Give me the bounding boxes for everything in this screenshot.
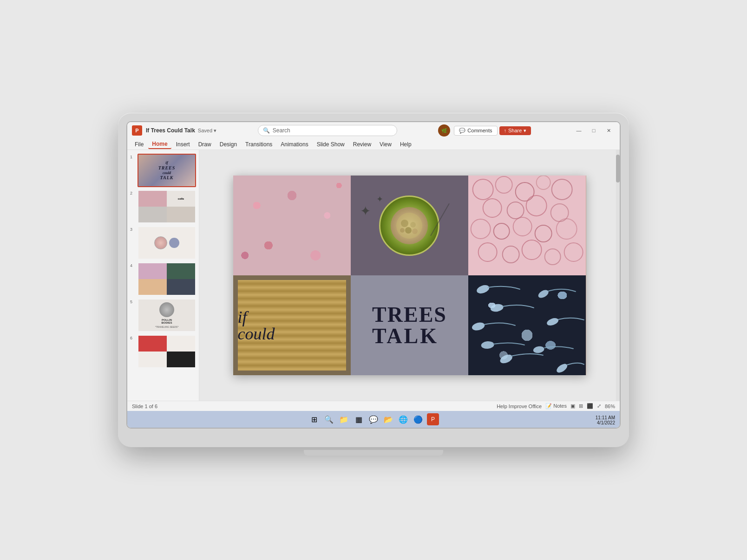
status-right: Help Improve Office 📝 Notes ▣ ⊞ ⬛ ⤢ 86%: [497, 403, 615, 409]
laptop-base: [304, 450, 443, 456]
taskbar-powerpoint[interactable]: P: [427, 413, 439, 425]
help-text: Help Improve Office: [497, 404, 542, 409]
slide-cell-top-right: [468, 176, 586, 275]
sparkle-icon: ✦: [360, 203, 371, 219]
view-normal-icon[interactable]: ▣: [570, 403, 575, 409]
slide-thumb-1[interactable]: 1 if TREES could TALK: [130, 154, 196, 187]
title-trees-text: TREES: [372, 304, 447, 326]
taskbar-widgets[interactable]: ▦: [353, 413, 365, 425]
avatar: 🌿: [438, 124, 450, 137]
slide-thumb-4[interactable]: 4: [130, 262, 196, 296]
view-fit-icon[interactable]: ⤢: [597, 403, 601, 409]
slide-cell-bottom-right: [468, 275, 586, 375]
search-bar[interactable]: 🔍 Search: [258, 125, 397, 136]
share-icon: ↑: [504, 128, 507, 133]
scrollbar-thumb[interactable]: [616, 155, 620, 182]
menu-insert[interactable]: Insert: [172, 140, 194, 149]
action-buttons: 🌿 💬 Comments ↑ Share ▾: [438, 124, 531, 137]
share-button[interactable]: ↑ Share ▾: [499, 126, 531, 135]
status-bar: Slide 1 of 6 Help Improve Office 📝 Notes…: [127, 401, 620, 411]
view-grid-icon[interactable]: ⊞: [579, 403, 583, 409]
comments-button[interactable]: 💬 Comments: [454, 126, 497, 136]
svg-point-32: [546, 317, 559, 327]
menu-transitions[interactable]: Transitions: [242, 140, 276, 149]
title-if-text: if: [238, 309, 275, 326]
taskbar-start[interactable]: ⊞: [308, 413, 320, 425]
save-status: Saved ▾: [198, 128, 216, 134]
notes-label[interactable]: 📝 Notes: [545, 403, 567, 409]
menu-help[interactable]: Help: [396, 140, 415, 149]
sparkle-icon-2: ✦: [376, 194, 383, 204]
slide-panel: 1 if TREES could TALK: [127, 150, 199, 401]
menu-review[interactable]: Review: [349, 140, 375, 149]
menu-home[interactable]: Home: [148, 140, 171, 149]
microscope-cells-svg: [395, 212, 423, 240]
close-button[interactable]: ✕: [602, 126, 615, 135]
taskbar-date: 4/1/2022: [596, 420, 615, 425]
menu-view[interactable]: View: [376, 140, 395, 149]
svg-point-2: [410, 222, 416, 228]
menu-bar: File Home Insert Draw Design Transitions…: [127, 139, 620, 150]
menu-draw[interactable]: Draw: [195, 140, 215, 149]
slide-info: Slide 1 of 6: [132, 404, 157, 409]
slide-thumb-2[interactable]: 2 cells: [130, 190, 196, 223]
slide-thumb-3[interactable]: 3: [130, 226, 196, 260]
sperm-cells-svg: [468, 275, 586, 375]
svg-point-26: [476, 284, 491, 295]
svg-point-5: [412, 228, 418, 234]
svg-point-0: [396, 213, 422, 239]
maximize-button[interactable]: □: [587, 126, 600, 135]
svg-point-1: [401, 220, 408, 227]
svg-point-29: [481, 341, 494, 349]
menu-file[interactable]: File: [131, 140, 147, 149]
taskbar: ⊞ 🔍 📁 ▦ 💬 📂 🌐 🔵 P 11:11 AM 4/1/2022: [127, 411, 620, 428]
svg-point-30: [499, 353, 514, 365]
main-content: 1 if TREES could TALK: [127, 150, 620, 401]
menu-slideshow[interactable]: Slide Show: [313, 140, 348, 149]
taskbar-teams[interactable]: 💬: [367, 413, 380, 425]
pink-cells-svg: [468, 176, 586, 275]
minimize-button[interactable]: —: [572, 126, 585, 135]
microscope-image: [379, 195, 439, 256]
search-icon: 🔍: [263, 127, 270, 134]
search-placeholder: Search: [273, 127, 290, 134]
comments-icon: 💬: [459, 128, 465, 134]
app-icon: P: [132, 125, 142, 136]
view-present-icon[interactable]: ⬛: [587, 403, 593, 409]
taskbar-edge[interactable]: 🌐: [397, 413, 409, 425]
zoom-level: 86%: [605, 404, 615, 409]
laptop-frame: P If Trees Could Talk Saved ▾ 🔍 Search 🌿: [118, 113, 629, 447]
powerpoint-app: P If Trees Could Talk Saved ▾ 🔍 Search 🌿: [127, 122, 620, 428]
taskbar-files[interactable]: 📂: [382, 413, 394, 425]
menu-design[interactable]: Design: [216, 140, 241, 149]
slide-cell-top-middle: ✦ ✦: [351, 176, 468, 275]
svg-point-27: [490, 303, 504, 313]
slide-grid: ✦ ✦: [233, 176, 586, 375]
taskbar-chrome[interactable]: 🔵: [412, 413, 424, 425]
svg-point-3: [405, 227, 412, 234]
svg-point-28: [471, 321, 485, 332]
slide-cell-bottom-left: if could: [233, 275, 351, 375]
svg-point-4: [400, 228, 405, 233]
title-talk-text: TALK: [372, 326, 447, 347]
scrollbar[interactable]: [616, 150, 620, 401]
title-info: If Trees Could Talk Saved ▾: [146, 127, 216, 134]
slide-cell-bottom-middle: TREES TALK: [351, 275, 468, 375]
title-bar: P If Trees Could Talk Saved ▾ 🔍 Search 🌿: [127, 122, 620, 139]
svg-point-31: [537, 288, 550, 300]
svg-point-33: [533, 345, 545, 354]
slide-thumb-6[interactable]: 6: [130, 335, 196, 368]
taskbar-time: 11:11 AM: [596, 415, 615, 420]
svg-rect-6: [469, 176, 585, 275]
canvas-area: ✦ ✦: [199, 150, 620, 401]
laptop-screen: P If Trees Could Talk Saved ▾ 🔍 Search 🌿: [126, 121, 621, 429]
title-could-text: could: [238, 326, 275, 342]
slide-cell-top-left: [233, 176, 351, 275]
taskbar-clock-area: 11:11 AM 4/1/2022: [596, 415, 615, 425]
menu-animations[interactable]: Animations: [277, 140, 312, 149]
document-title: If Trees Could Talk: [146, 127, 195, 134]
window-controls: — □ ✕: [572, 126, 615, 135]
slide-thumb-5[interactable]: 5 POLLINBODIES *TRAVELING SEEDS*: [130, 299, 196, 332]
taskbar-explorer[interactable]: 📁: [338, 413, 350, 425]
taskbar-search[interactable]: 🔍: [323, 413, 335, 425]
